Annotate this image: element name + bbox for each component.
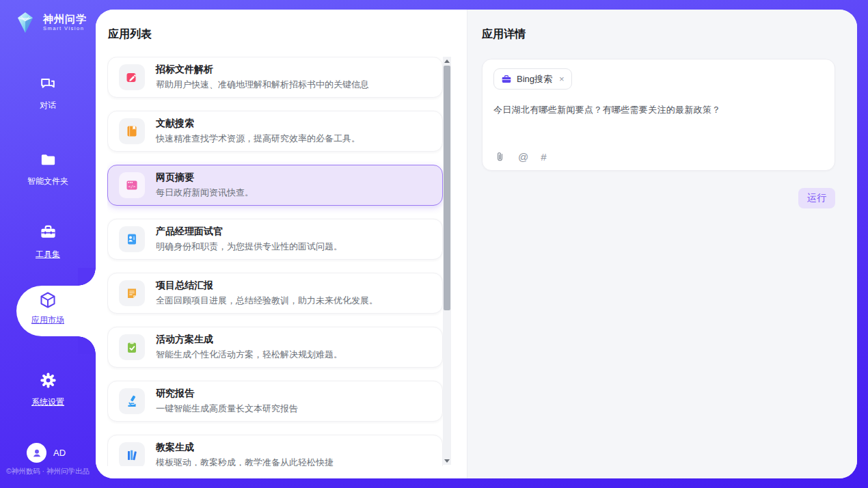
sidebar-item-smart-folder[interactable]: 智能文件夹	[0, 150, 96, 187]
sidebar: 神州问学 Smart Vision 对话 智能文件夹	[0, 0, 96, 488]
sidebar-item-label: 系统设置	[0, 396, 96, 408]
sidebar-item-label: 工具集	[0, 249, 96, 260]
sidebar-item-settings[interactable]: 系统设置	[0, 371, 96, 408]
app-detail-panel: 应用详情 Bing搜索 × 今日湖北有哪些新闻要点？有哪些需要关注的最新政策？	[467, 10, 857, 478]
app-detail-title: 应用详情	[482, 27, 835, 42]
interviewer-icon	[125, 232, 139, 246]
run-button[interactable]: 运行	[798, 188, 835, 208]
sidebar-item-label: 智能文件夹	[0, 176, 96, 187]
chat-icon	[39, 75, 57, 93]
prompt-card[interactable]: Bing搜索 × 今日湖北有哪些新闻要点？有哪些需要关注的最新政策？ @ #	[482, 59, 835, 171]
mention-icon[interactable]: @	[518, 152, 528, 162]
brand-subtitle: Smart Vision	[43, 26, 87, 31]
avatar	[27, 443, 46, 463]
app-card-pm-interviewer[interactable]: 产品经理面试官 明确身份和职责，为您提供专业性的面试问题。	[107, 219, 443, 260]
app-card-project-summary[interactable]: 项目总结汇报 全面回顾项目进展，总结经验教训，助力未来优化发展。	[107, 273, 443, 314]
app-icon-tile	[119, 388, 145, 414]
microscope-icon	[125, 394, 139, 408]
tool-tag-label: Bing搜索	[517, 73, 552, 85]
clipboard-check-icon	[125, 340, 139, 354]
tender-doc-icon	[125, 70, 139, 84]
sidebar-item-label: 应用市场	[0, 314, 96, 326]
app-icon-tile	[119, 226, 145, 252]
app-icon-tile	[119, 334, 145, 360]
copyright-footer: ©神州数码 · 神州问学出品	[0, 467, 96, 476]
app-description: 快速精准查找学术资源，提高研究效率的必备工具。	[156, 133, 360, 145]
app-icon-tile	[119, 280, 145, 306]
app-name: 网页摘要	[156, 172, 254, 184]
app-name: 研究报告	[156, 388, 298, 400]
app-name: 项目总结汇报	[156, 280, 378, 292]
app-description: 智能生成个性化活动方案，轻松解决规划难题。	[156, 349, 342, 361]
app-description: 明确身份和职责，为您提供专业性的面试问题。	[156, 241, 342, 253]
app-icon-tile: </>	[119, 172, 145, 198]
user-icon	[31, 447, 43, 459]
app-description: 全面回顾项目进展，总结经验教训，助力未来优化发展。	[156, 295, 378, 307]
app-card-webpage-summary[interactable]: </> 网页摘要 每日政府新闻资讯快查。	[107, 165, 443, 206]
tag-close-icon[interactable]: ×	[559, 74, 565, 84]
sidebar-item-label: 对话	[0, 100, 96, 111]
app-icon-tile	[119, 64, 145, 90]
app-name: 活动方案生成	[156, 334, 342, 346]
app-name: 招标文件解析	[156, 64, 369, 76]
list-scrollbar[interactable]	[443, 57, 451, 465]
app-window: 神州问学 Smart Vision 对话 智能文件夹	[0, 0, 868, 488]
app-description: 一键智能生成高质量长文本研究报告	[156, 403, 298, 415]
sidebar-item-toolset[interactable]: 工具集	[0, 223, 96, 260]
briefcase-icon	[501, 74, 512, 85]
main-content: 应用列表 招标文件解析 帮助用户快速、准确地理解和解析招标书中的关键信息	[96, 10, 857, 478]
diamond-logo-icon	[13, 10, 38, 35]
app-icon-tile	[119, 442, 145, 466]
scroll-down-arrow[interactable]	[443, 457, 451, 465]
app-card-research-report[interactable]: 研究报告 一键智能生成高质量长文本研究报告	[107, 381, 443, 422]
app-card-event-plan[interactable]: 活动方案生成 智能生成个性化活动方案，轻松解决规划难题。	[107, 327, 443, 368]
book-icon	[125, 124, 139, 138]
user-initials: AD	[53, 448, 66, 458]
prompt-toolbar: @ #	[494, 151, 547, 163]
app-card-tender-analysis[interactable]: 招标文件解析 帮助用户快速、准确地理解和解析招标书中的关键信息	[107, 57, 443, 98]
app-list-title: 应用列表	[108, 27, 152, 42]
app-list: 招标文件解析 帮助用户快速、准确地理解和解析招标书中的关键信息 文献搜索	[107, 57, 443, 466]
attachment-icon[interactable]	[494, 151, 506, 163]
folder-icon	[39, 150, 57, 169]
scroll-up-arrow[interactable]	[443, 57, 451, 65]
user-account[interactable]: AD	[27, 443, 66, 463]
app-list-panel: 应用列表 招标文件解析 帮助用户快速、准确地理解和解析招标书中的关键信息	[96, 10, 467, 478]
app-name: 教案生成	[156, 442, 334, 454]
note-icon	[125, 286, 139, 300]
app-name: 文献搜索	[156, 118, 360, 130]
brand-name: 神州问学	[43, 14, 87, 25]
sidebar-item-app-market[interactable]: 应用市场	[0, 290, 96, 326]
cube-icon	[38, 290, 57, 310]
webpage-icon: </>	[125, 178, 139, 192]
sidebar-item-chat[interactable]: 对话	[0, 75, 96, 111]
app-card-literature-search[interactable]: 文献搜索 快速精准查找学术资源，提高研究效率的必备工具。	[107, 111, 443, 152]
tool-tag-bing-search[interactable]: Bing搜索 ×	[493, 68, 572, 90]
app-description: 每日政府新闻资讯快查。	[156, 187, 254, 199]
app-icon-tile	[119, 118, 145, 144]
books-icon	[125, 448, 139, 462]
hash-icon[interactable]: #	[541, 152, 546, 162]
gear-icon	[39, 371, 57, 390]
brand-logo: 神州问学 Smart Vision	[13, 10, 87, 35]
prompt-text[interactable]: 今日湖北有哪些新闻要点？有哪些需要关注的最新政策？	[493, 104, 824, 116]
scrollbar-thumb[interactable]	[444, 66, 450, 310]
svg-text:</>: </>	[128, 184, 136, 189]
app-card-lesson-plan[interactable]: 教案生成 模板驱动，教案秒成，教学准备从此轻松快捷	[107, 435, 443, 466]
toolbox-icon	[39, 223, 57, 242]
app-description: 模板驱动，教案秒成，教学准备从此轻松快捷	[156, 457, 334, 466]
app-name: 产品经理面试官	[156, 226, 342, 238]
app-description: 帮助用户快速、准确地理解和解析招标书中的关键信息	[156, 79, 369, 91]
